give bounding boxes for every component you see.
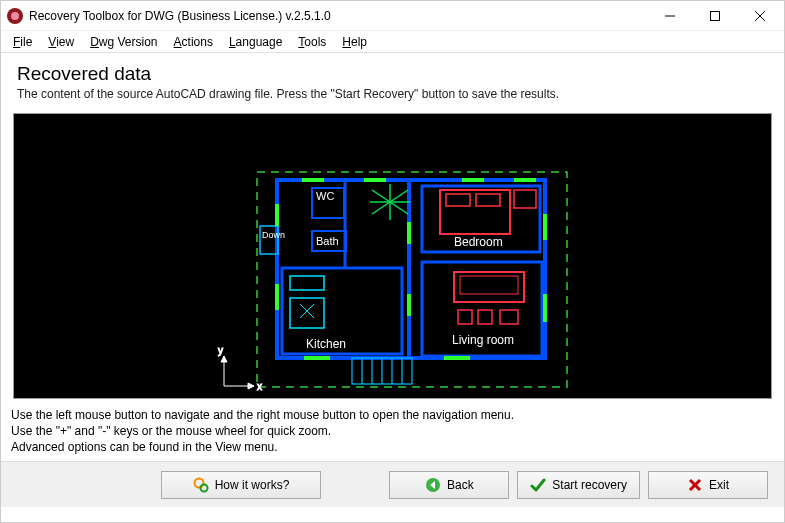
axis-y: y	[218, 345, 223, 356]
button-label: Back	[447, 478, 474, 492]
how-it-works-button[interactable]: How it works?	[161, 471, 321, 499]
room-label-kitchen: Kitchen	[306, 337, 346, 351]
footer: How it works? Back Start recovery Exit	[1, 461, 784, 507]
start-recovery-button[interactable]: Start recovery	[517, 471, 640, 499]
back-arrow-icon	[425, 477, 441, 493]
back-button[interactable]: Back	[389, 471, 509, 499]
close-icon	[687, 477, 703, 493]
minimize-button[interactable]	[647, 2, 692, 30]
svg-rect-18	[446, 194, 470, 206]
header: Recovered data The content of the source…	[1, 53, 784, 107]
menu-file[interactable]: File	[7, 33, 38, 51]
svg-rect-1	[710, 11, 719, 20]
axis-x: x	[257, 381, 262, 392]
svg-rect-13	[290, 298, 324, 328]
menubar: File View Dwg Version Actions Language T…	[1, 31, 784, 53]
svg-rect-24	[458, 310, 472, 324]
hint-line: Advanced options can be found in the Vie…	[11, 439, 774, 455]
check-icon	[530, 477, 546, 493]
button-label: Exit	[709, 478, 729, 492]
app-icon	[7, 8, 23, 24]
button-label: Start recovery	[552, 478, 627, 492]
hints: Use the left mouse button to navigate an…	[1, 403, 784, 461]
maximize-button[interactable]	[692, 2, 737, 30]
room-label-bath: Bath	[316, 235, 339, 247]
close-button[interactable]	[737, 2, 782, 30]
menu-tools[interactable]: Tools	[292, 33, 332, 51]
hint-line: Use the "+" and "-" keys or the mouse wh…	[11, 423, 774, 439]
menu-help[interactable]: Help	[336, 33, 373, 51]
svg-rect-25	[478, 310, 492, 324]
drawing-preview[interactable]: WC Bath Down Kitchen Bedroom Living room	[13, 113, 772, 399]
svg-rect-20	[514, 190, 536, 208]
titlebar: Recovery Toolbox for DWG (Business Licen…	[1, 1, 784, 31]
svg-rect-26	[500, 310, 518, 324]
menu-view[interactable]: View	[42, 33, 80, 51]
button-label: How it works?	[215, 478, 290, 492]
svg-marker-50	[248, 383, 254, 389]
menu-language[interactable]: Language	[223, 33, 288, 51]
page-subtitle: The content of the source AutoCAD drawin…	[17, 87, 768, 101]
menu-actions[interactable]: Actions	[168, 33, 219, 51]
menu-dwg[interactable]: Dwg Version	[84, 33, 163, 51]
exit-button[interactable]: Exit	[648, 471, 768, 499]
gear-icon	[193, 477, 209, 493]
svg-rect-12	[290, 276, 324, 290]
room-label-bedroom: Bedroom	[454, 235, 503, 249]
label-down: Down	[262, 230, 285, 240]
svg-point-54	[200, 484, 207, 491]
room-label-wc: WC	[316, 190, 334, 202]
window-title: Recovery Toolbox for DWG (Business Licen…	[29, 9, 647, 23]
svg-marker-52	[221, 356, 227, 362]
svg-rect-19	[476, 194, 500, 206]
svg-rect-23	[460, 276, 518, 294]
room-label-living: Living room	[452, 333, 514, 347]
hint-line: Use the left mouse button to navigate an…	[11, 407, 774, 423]
page-title: Recovered data	[17, 63, 768, 85]
